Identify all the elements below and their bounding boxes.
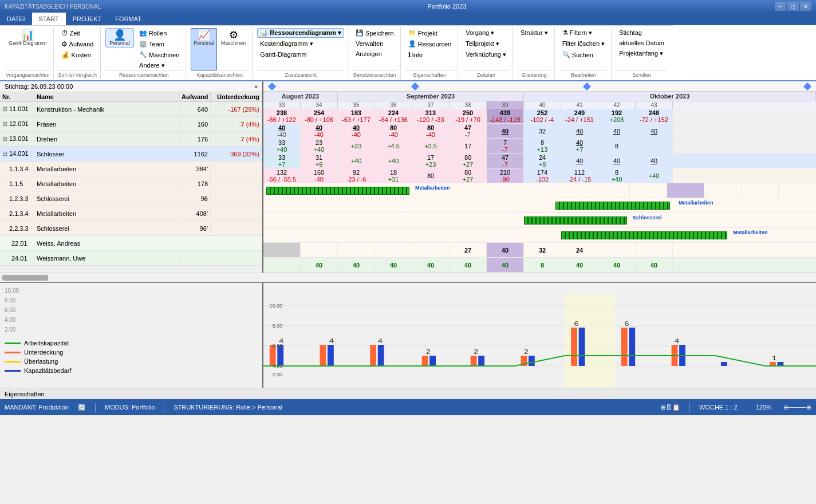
kostendiagramm-button[interactable]: Kostendiagramm ▾ <box>257 39 344 49</box>
ressourcen-button[interactable]: 👤 Ressourcen <box>405 39 455 49</box>
arbeitskapazitat-line <box>5 342 21 344</box>
week-36: 36 <box>375 101 412 109</box>
arbeitskapazitat-label: Arbeitskapazität <box>24 340 69 346</box>
chart-cell: 40 -40 <box>263 124 301 138</box>
row-unterdeckung <box>211 168 262 170</box>
row-name: Weissmann, Uwe <box>34 254 179 263</box>
gantt-bar <box>561 231 727 239</box>
stichtag-scroll-button[interactable]: Stichtag <box>616 28 667 37</box>
kapazitat-personal-button[interactable]: 📈 Personal <box>191 28 217 70</box>
tab-start[interactable]: START <box>32 13 66 25</box>
chart-cell: 40 <box>375 258 412 272</box>
table-row[interactable]: ⊟14.001 Schlosser 1162 -369 (32%) <box>0 147 262 162</box>
maximize-button[interactable]: □ <box>787 2 799 11</box>
aktuelles-datum-button[interactable]: aktuelles Datum <box>616 38 667 48</box>
maschinen-button[interactable]: 🔧 Maschinen <box>136 50 182 60</box>
stichtag-bar: Stichtag: 26.09.23 00:00 « <box>0 81 262 92</box>
table-row[interactable]: 2.1.3.4 Metallarbeiten 408' <box>0 206 262 221</box>
rollen-button[interactable]: 👥 Rollen <box>136 28 182 38</box>
nav-diamond-right[interactable] <box>803 82 811 90</box>
struktur-button[interactable]: Struktur ▾ <box>518 28 551 38</box>
personal-big-button[interactable]: 👤 Personal <box>105 28 134 48</box>
table-row[interactable]: ⊞13.001 Drehen 176 -7 (4%) <box>0 132 262 147</box>
week-35: 35 <box>338 101 375 109</box>
gantt-zusatz-button[interactable]: Gantt-Diagramm <box>257 50 344 59</box>
collapse-btn[interactable]: « <box>254 83 258 90</box>
gantt-bar-label: Metallarbeiten <box>679 200 713 206</box>
save-icon: 💾 <box>356 29 364 37</box>
teilprojekt-button[interactable]: Teilprojekt ▾ <box>463 39 509 49</box>
row-aufwand: 640 <box>179 105 211 114</box>
chart-cell: +40 <box>636 168 673 183</box>
personal-icon: 👤 <box>113 30 126 40</box>
zeit-button[interactable]: ⏱ Zeit <box>58 28 97 38</box>
table-row[interactable]: 1.2.3.3 Schlosserei 96 <box>0 191 262 206</box>
filter-loschen-button[interactable]: Filter löschen ▾ <box>559 39 608 49</box>
table-row[interactable]: 22.01 Weiss, Andreas <box>0 236 262 251</box>
row-name: Schlosserei <box>34 194 179 203</box>
scroll-thumb[interactable] <box>2 275 48 281</box>
svg-text:4: 4 <box>329 337 334 345</box>
zoom-slider[interactable]: ⊖────⊕ <box>783 404 811 411</box>
chart-cell <box>412 243 450 257</box>
chart-cell: 24 <box>561 243 598 257</box>
row-aufwand <box>179 242 211 245</box>
minimize-button[interactable]: − <box>775 2 786 11</box>
suchen-button[interactable]: 🔍 Suchen <box>559 50 608 60</box>
chart-cell: 80 -40 <box>412 124 450 138</box>
table-row[interactable]: ⊞11.001 Konstruktion - Mechanik 640 -167… <box>0 102 262 117</box>
nav-diamond-left[interactable] <box>268 82 276 90</box>
scrollen-label: Scrollen <box>616 70 667 78</box>
chart-empty <box>263 228 561 243</box>
y-label-4: 4.00 <box>272 363 282 369</box>
refresh-icon[interactable]: 🔄 <box>78 404 86 411</box>
verknupfung-button[interactable]: Verknüpfung ▾ <box>463 50 509 60</box>
ressourcendiagramm-button[interactable]: 📊 Ressourcendiagramm ▾ <box>257 28 344 38</box>
gantt-icon: 📊 <box>21 30 34 40</box>
vorgang-button[interactable]: Vorgang ▾ <box>463 28 509 38</box>
tab-format[interactable]: FORMAT <box>108 13 148 25</box>
kapazitat-maschinen-button[interactable]: ⚙ Maschinen <box>218 28 249 70</box>
capacity-line <box>263 356 816 366</box>
chart-cell: 80+27 <box>450 153 487 168</box>
verwalten-button[interactable]: Verwalten <box>353 39 397 48</box>
andere-button[interactable]: Andere ▾ <box>136 61 182 70</box>
nav-diamond-mid1[interactable] <box>411 82 419 90</box>
tab-datei[interactable]: DATEI <box>0 13 32 25</box>
chart-cell: 40 <box>412 258 450 272</box>
anzeigen-button[interactable]: Anzeigen <box>353 49 397 58</box>
row-aufwand: 1162 <box>179 149 211 159</box>
uberlastung-line <box>5 361 21 363</box>
gantt-diagramm-button[interactable]: 📊 Gantt-Diagramm <box>6 28 50 70</box>
chart-cell: 112-24 / -15 <box>561 168 598 183</box>
speichern-button[interactable]: 💾 Speichern <box>353 28 397 38</box>
nav-diamond-mid2[interactable] <box>583 82 591 90</box>
chart-cell: 254 -80 / +106 <box>301 109 338 123</box>
chart-cell: 32 <box>524 243 561 257</box>
row-aufwand: 384' <box>179 164 211 174</box>
info-button[interactable]: ℹ Info <box>405 50 455 60</box>
chart-row-2: 33+40 23+40 +23 +4.5 +3.5 17 7-7 <box>263 139 816 153</box>
table-row[interactable]: ⊞12.001 Fräsen 160 -7 (4%) <box>0 117 262 132</box>
tab-projekt[interactable]: PROJEKT <box>66 13 109 25</box>
col-aufwand-header: Aufwand <box>179 92 211 101</box>
chart-empty <box>263 213 524 228</box>
chart-cell: 8 <box>598 139 636 153</box>
close-button[interactable]: ✕ <box>800 2 811 11</box>
row-nr: 24.01 <box>0 254 34 263</box>
table-row[interactable]: 24.01 Weissmann, Uwe <box>0 251 262 266</box>
ressourcenansichten-label: Ressourcenansichten <box>105 70 182 78</box>
projektanfang-button[interactable]: Projektanfang ▾ <box>616 49 667 58</box>
table-row[interactable]: 2.2.3.3 Schlosserei 96' <box>0 221 262 236</box>
projekt-button[interactable]: 📁 Projekt <box>405 28 455 38</box>
kosten-button[interactable]: 💰 Kosten <box>58 50 97 60</box>
aufwand-button[interactable]: ⚙ Aufwand <box>58 39 97 49</box>
table-row[interactable]: 1.1.3.4 Metallarbeiten 384' <box>0 162 262 176</box>
filtern-button[interactable]: ⚗ Filtern ▾ <box>559 28 608 38</box>
chart-cell: 7-7 <box>487 139 524 153</box>
table-row[interactable]: 1.1.5 Metallarbeiten 178 <box>0 176 262 191</box>
horizontal-scrollbar[interactable] <box>0 273 816 282</box>
gantt-area: Stichtag: 26.09.23 00:00 « Nr. Name Aufw… <box>0 81 816 273</box>
team-button[interactable]: 🏢 Team <box>136 39 182 49</box>
chart-cell <box>263 243 301 257</box>
